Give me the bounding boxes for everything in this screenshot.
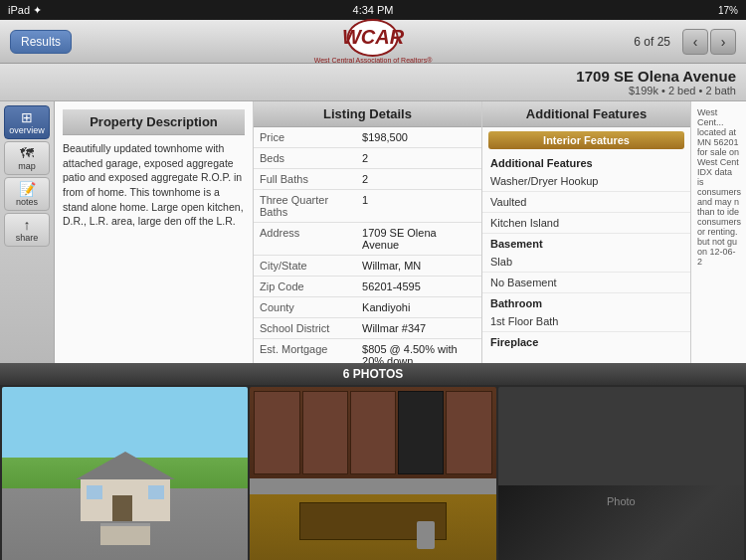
property-description-text: Beautifully updated townhome with attach… xyxy=(63,135,245,235)
property-description-header: Property Description xyxy=(63,109,245,135)
listing-value: 1 xyxy=(356,190,481,223)
listing-value: Willmar #347 xyxy=(356,318,481,339)
prev-button[interactable]: ‹ xyxy=(682,29,708,55)
listing-value: 2 xyxy=(356,169,481,190)
listing-value: Willmar, MN xyxy=(356,256,481,277)
sidebar-notes-btn[interactable]: 📝 notes xyxy=(4,177,50,211)
battery: 17% xyxy=(718,5,738,16)
listing-value: 56201-4595 xyxy=(356,277,481,297)
property-address: 1709 SE Olena Avenue xyxy=(60,68,736,85)
listing-value: 1709 SE Olena Avenue xyxy=(356,223,481,256)
results-button[interactable]: Results xyxy=(10,30,72,54)
feature-item: Vaulted xyxy=(482,192,690,213)
listing-label: Three Quarter Baths xyxy=(254,190,356,223)
feature-item: Washer/Dryer Hookup xyxy=(482,171,690,192)
logo: WCAR West Central Association of Realtor… xyxy=(314,19,433,65)
sidebar-share-btn[interactable]: ↑ share xyxy=(4,213,50,247)
page-counter: 6 of 25 xyxy=(634,35,670,49)
feature-category: Bathroom xyxy=(482,293,690,311)
listing-value: $198,500 xyxy=(356,127,481,148)
status-bar-left: iPad ✦ xyxy=(8,4,42,17)
sidebar-map-btn[interactable]: 🗺 map xyxy=(4,141,50,175)
property-meta: $199k • 2 bed • 2 bath xyxy=(60,85,736,96)
listing-details-header: Listing Details xyxy=(254,101,481,127)
listing-label: Full Baths xyxy=(254,169,356,190)
logo-text: WCAR xyxy=(342,26,404,49)
property-title-bar: 1709 SE Olena Avenue $199k • 2 bed • 2 b… xyxy=(0,64,746,101)
listing-row: Zip Code56201-4595 xyxy=(254,277,481,297)
nav-bar-right: 6 of 25 ‹ › xyxy=(634,29,736,55)
listing-label: Beds xyxy=(254,148,356,169)
next-button[interactable]: › xyxy=(710,29,736,55)
listing-label: Address xyxy=(254,223,356,256)
photo-2[interactable]: WCARMNMLS xyxy=(250,387,495,560)
share-icon: ↑ xyxy=(7,217,47,233)
map-label: map xyxy=(18,161,36,171)
listing-details-col: Listing Details Price$198,500Beds2Full B… xyxy=(254,101,482,363)
listing-row: Beds2 xyxy=(254,148,481,169)
listing-label: Zip Code xyxy=(254,277,356,297)
status-bar-time: 4:34 PM xyxy=(353,4,394,16)
listing-row: Price$198,500 xyxy=(254,127,481,148)
property-description-col: Property Description Beautifully updated… xyxy=(55,101,254,363)
listing-row: Full Baths2 xyxy=(254,169,481,190)
share-label: share xyxy=(16,233,39,243)
content-columns: Property Description Beautifully updated… xyxy=(55,101,746,363)
photos-header: 6 PHOTOS xyxy=(0,363,746,385)
notes-label: notes xyxy=(16,197,38,207)
listing-value: $805 @ 4.50% with 20% down xyxy=(356,339,481,364)
feature-item: No Basement xyxy=(482,273,690,293)
disclaimer-col: West Cent... located at MN 56201 for sal… xyxy=(691,101,746,363)
feature-item: Slab xyxy=(482,252,690,273)
listing-row: City/StateWillmar, MN xyxy=(254,256,481,277)
listing-label: Est. Mortgage xyxy=(254,339,356,364)
left-sidebar: ⊞ overview 🗺 map 📝 notes ↑ share xyxy=(0,101,55,363)
status-bar: iPad ✦ 4:34 PM 17% xyxy=(0,0,746,20)
overview-label: overview xyxy=(9,125,45,135)
listing-row: Address1709 SE Olena Avenue xyxy=(254,223,481,256)
status-bar-right: 17% xyxy=(718,5,738,16)
nav-bar-left: Results xyxy=(10,30,72,54)
photo-1[interactable]: WCARMNMLS xyxy=(2,387,248,560)
notes-icon: 📝 xyxy=(7,181,47,197)
listing-row: Three Quarter Baths1 xyxy=(254,190,481,223)
nav-bar: Results WCAR West Central Association of… xyxy=(0,20,746,64)
logo-area: WCAR West Central Association of Realtor… xyxy=(314,19,433,65)
listing-row: Est. Mortgage$805 @ 4.50% with 20% down xyxy=(254,339,481,364)
listing-label: School District xyxy=(254,318,356,339)
photos-grid: WCARMNMLS xyxy=(0,385,746,560)
photo-3[interactable]: Photo xyxy=(498,387,744,560)
interior-features-tab[interactable]: Interior Features xyxy=(488,131,684,149)
logo-subtitle: West Central Association of Realtors® xyxy=(314,57,433,65)
feature-category: Basement xyxy=(482,234,690,252)
additional-features-col: Additional Features Interior Features Ad… xyxy=(482,101,691,363)
sidebar-overview-btn[interactable]: ⊞ overview xyxy=(4,105,50,139)
additional-features-header: Additional Features xyxy=(482,101,690,127)
listing-row: CountyKandiyohi xyxy=(254,297,481,318)
listing-value: 2 xyxy=(356,148,481,169)
overview-icon: ⊞ xyxy=(7,109,47,125)
features-list: Additional FeaturesWasher/Dryer HookupVa… xyxy=(482,153,690,350)
nav-arrows: ‹ › xyxy=(682,29,736,55)
listing-label: Price xyxy=(254,127,356,148)
listing-label: City/State xyxy=(254,256,356,277)
listing-label: County xyxy=(254,297,356,318)
listing-table: Price$198,500Beds2Full Baths2Three Quart… xyxy=(254,127,481,363)
carrier: iPad ✦ xyxy=(8,4,42,17)
feature-category: Fireplace xyxy=(482,332,690,350)
feature-item: 1st Floor Bath xyxy=(482,311,690,332)
feature-item: Kitchen Island xyxy=(482,213,690,234)
photos-section: 6 PHOTOS WCARMNMLS xyxy=(0,363,746,560)
disclaimer-text: West Cent... located at MN 56201 for sal… xyxy=(697,107,741,267)
listing-value: Kandiyohi xyxy=(356,297,481,318)
map-icon: 🗺 xyxy=(7,145,47,161)
main-content: ⊞ overview 🗺 map 📝 notes ↑ share Propert… xyxy=(0,101,746,363)
listing-row: School DistrictWillmar #347 xyxy=(254,318,481,339)
feature-category: Additional Features xyxy=(482,153,690,171)
